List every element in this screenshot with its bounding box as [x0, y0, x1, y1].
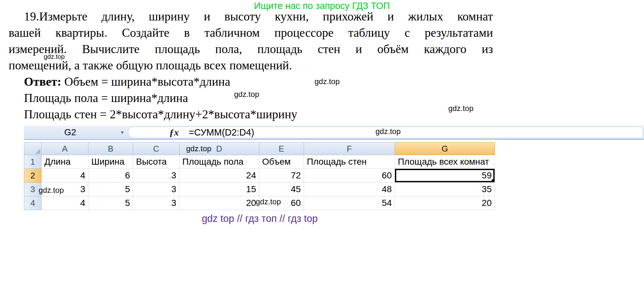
sheet-row-4: 4 4 5 3 20 60 54 20: [24, 196, 495, 210]
cell-d3[interactable]: 15: [179, 183, 259, 196]
cell-b3[interactable]: 5: [88, 183, 133, 196]
problem-line-3: измерений. Вычислите площадь пола, площа…: [9, 41, 493, 57]
answer-line-volume: Ответ: Объем = ширина*высота*длина: [24, 74, 493, 90]
cell-g3[interactable]: 35: [395, 183, 495, 196]
sheet-row-2: 2 4 6 3 24 72 60 59: [24, 169, 495, 183]
cell-c2[interactable]: 3: [133, 169, 179, 183]
sheet-row-3: 3 3 5 3 15 45 48 35: [24, 183, 495, 196]
answer-line-walls: Площадь стен = 2*высота*длину+2*высота*ш…: [24, 106, 493, 122]
row-header-2-selected[interactable]: 2: [24, 169, 42, 183]
col-header-d[interactable]: D: [179, 142, 259, 155]
cell-c1[interactable]: Высота: [133, 155, 179, 169]
col-header-g-selected[interactable]: G: [395, 142, 495, 155]
cell-g1[interactable]: Площадь всех комнат: [395, 155, 495, 169]
formula-bar-field: ƒx =СУММ(D2:D4): [128, 127, 642, 138]
insert-function-icon[interactable]: ƒx: [169, 127, 184, 138]
cell-e4[interactable]: 60: [259, 196, 304, 210]
name-box[interactable]: G2: [24, 127, 117, 137]
col-header-f[interactable]: F: [304, 142, 395, 155]
cell-g4[interactable]: 20: [395, 196, 495, 210]
answer-label: Ответ:: [24, 75, 61, 88]
formula-input[interactable]: =СУММ(D2:D4): [184, 127, 642, 138]
volume-formula-text: Объем = ширина*высота*длина: [64, 75, 230, 88]
page: Ищите нас по запросу ГДЗ ТОП 19.Измерьте…: [0, 0, 644, 290]
row-header-4[interactable]: 4: [24, 196, 42, 210]
cell-c3[interactable]: 3: [133, 183, 179, 196]
problem-line-1: 19.Измерьте длину, ширину и высоту кухни…: [9, 8, 493, 25]
spreadsheet-table: A B C D E F G 1 Длина Ширина Высота Площ…: [24, 142, 495, 210]
cell-a1[interactable]: Длина: [42, 155, 88, 169]
problem-line-4: помещений, а также общую площадь всех по…: [9, 57, 493, 74]
col-header-c[interactable]: C: [133, 142, 179, 155]
select-all-corner[interactable]: [24, 142, 42, 155]
cell-b4[interactable]: 5: [88, 196, 133, 210]
cell-d4[interactable]: 20: [179, 196, 259, 210]
cell-d1[interactable]: Площадь пола: [179, 155, 259, 169]
cell-e2[interactable]: 72: [259, 169, 304, 183]
cell-d2[interactable]: 24: [179, 169, 259, 183]
cell-b2[interactable]: 6: [88, 169, 133, 183]
col-header-b[interactable]: B: [88, 142, 133, 155]
cell-c4[interactable]: 3: [133, 196, 179, 210]
footer-site-tags: gdz top // гдз топ // гдз top: [24, 213, 496, 224]
formula-bar: G2 ▼ ƒx =СУММ(D2:D4): [24, 126, 644, 140]
column-header-row: A B C D E F G: [24, 142, 495, 155]
answer-line-floor: Площадь пола = ширина*длина: [24, 90, 493, 106]
problem-and-answer: 19.Измерьте длину, ширину и высоту кухни…: [9, 8, 493, 122]
cell-b1[interactable]: Ширина: [88, 155, 133, 169]
cell-e3[interactable]: 45: [259, 183, 304, 196]
row-header-3[interactable]: 3: [24, 183, 42, 196]
sheet-row-1: 1 Длина Ширина Высота Площадь пола Объем…: [24, 155, 495, 169]
col-header-e[interactable]: E: [259, 142, 304, 155]
cell-f2[interactable]: 60: [304, 169, 395, 183]
col-header-a[interactable]: A: [42, 142, 88, 155]
cell-g2-active[interactable]: 59: [395, 169, 495, 183]
cell-f3[interactable]: 48: [304, 183, 395, 196]
row-header-1[interactable]: 1: [24, 155, 42, 169]
problem-line-2: вашей квартиры. Создайте в табличном про…: [9, 25, 493, 41]
cell-e1[interactable]: Объем: [259, 155, 304, 169]
cell-a4[interactable]: 4: [42, 196, 88, 210]
cell-a3[interactable]: 3: [42, 183, 88, 196]
cell-f4[interactable]: 54: [304, 196, 395, 210]
cell-a2[interactable]: 4: [42, 169, 88, 183]
cell-f1[interactable]: Площадь стен: [304, 155, 395, 169]
name-box-dropdown-icon[interactable]: ▼: [117, 130, 128, 135]
